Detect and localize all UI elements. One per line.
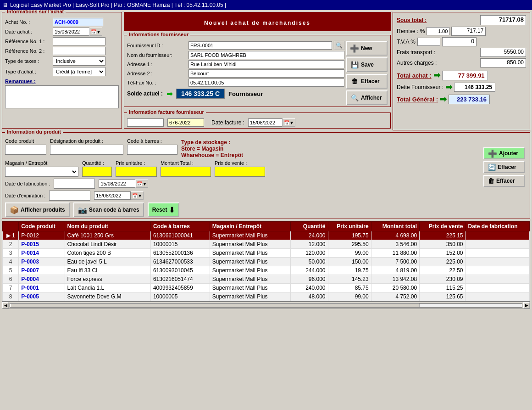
montant-input[interactable] [161, 167, 211, 177]
table-row[interactable]: 4 P-0003 Eau de javel 5 L 6134627000533 … [3, 258, 530, 266]
afficher-button[interactable]: 🔍 Afficher [346, 90, 388, 105]
code-produit-input[interactable] [5, 145, 46, 155]
product-form-area: Code produit : Désignation du produit : … [5, 138, 482, 217]
date-facture-calendar[interactable]: 📅▼ [283, 118, 295, 127]
achat-no-input[interactable] [53, 18, 103, 26]
remarques-textarea[interactable] [5, 85, 119, 108]
effacer1-button[interactable]: 🔄 Effacer [483, 161, 525, 173]
ajouter-icon: ➕ [488, 149, 497, 158]
new-button[interactable]: ➕ New [346, 41, 388, 56]
exp-date-input[interactable] [94, 191, 131, 200]
product-table: Code produit Nom du produit Code à barre… [2, 221, 530, 301]
date-achat-calendar[interactable]: 📅▼ [89, 28, 102, 36]
table-row[interactable]: ▶ 1 P-0012 Café 1001 250 Grs 61306610000… [3, 231, 530, 240]
product-table-container[interactable]: Code produit Nom du produit Code à barre… [2, 221, 530, 302]
table-row[interactable]: 8 P-0005 Savonnette Dove G.M 10000005 Su… [3, 292, 530, 301]
reset-icon: ⬇ [169, 206, 175, 214]
th-montant: Montant total [371, 222, 419, 231]
cell-prix-u: 195.75 [328, 231, 371, 240]
scroll-track[interactable] [10, 303, 522, 308]
qte-input[interactable] [82, 167, 112, 177]
scan-icon: 📷 [78, 206, 87, 214]
frs-tel-input[interactable] [188, 79, 344, 87]
effacer2-icon: 🗑 [488, 177, 494, 185]
tva-pct-input[interactable] [417, 38, 440, 46]
barres-input[interactable] [127, 145, 177, 155]
designation-label: Désignation du produit : [50, 138, 123, 144]
cell-qty: 12.000 [290, 240, 328, 249]
frs-addr2-input[interactable] [188, 69, 344, 78]
type-taxes-select[interactable]: Inclusive Exclusive Non taxé [53, 56, 105, 66]
autres-label: Autres charges : [397, 60, 437, 66]
horizontal-scrollbar[interactable]: ◀ ▶ [2, 302, 530, 309]
cell-barres: 6134627000533 [150, 258, 210, 266]
effacer1-icon: 🔄 [488, 163, 496, 171]
date-achat-input[interactable] [53, 28, 89, 36]
effacer2-button[interactable]: 🗑 Effacer [483, 175, 525, 187]
date-facture-input[interactable] [248, 118, 283, 127]
remarques-label[interactable]: Remarques : [5, 79, 36, 84]
frs-nom-label: Nom du fournisseur: [127, 52, 187, 58]
frs-addr1-input[interactable] [188, 60, 344, 68]
stockage-info: Type de stockage : Store = Magasin Whare… [181, 139, 243, 158]
cell-code: P-0004 [19, 275, 65, 284]
magasin-select[interactable]: Supermarket Mall Plus [5, 167, 78, 177]
table-row[interactable]: 7 P-0001 Lait Candia 1.L 4009932405859 S… [3, 284, 530, 292]
fournisseur-form: Fournisseur ID : 🔍 Nom du fournisseur: A… [127, 41, 344, 105]
scroll-left-btn[interactable]: ◀ [2, 302, 9, 309]
cell-magasin: Supermarket Mall Plus [210, 284, 290, 292]
effacer-icon: 🗑 [350, 77, 359, 86]
ref1-label: Référence No. 1 : [5, 39, 51, 44]
qte-field: Quantité : [82, 160, 112, 177]
cell-prix-u: 85.75 [328, 284, 371, 292]
table-row[interactable]: 3 P-0014 Coton tiges 200 B 6130552000136… [3, 249, 530, 258]
facture-title: Information facture fournisseur [127, 109, 206, 115]
vente-input[interactable] [215, 167, 265, 177]
th-fab: Date de fabrication [466, 222, 530, 231]
exp-date-calendar[interactable]: 📅▼ [131, 191, 144, 200]
scan-button[interactable]: 📷 Scan code à barres [73, 202, 144, 217]
exp-input[interactable] [49, 191, 90, 201]
cell-qty: 244.000 [290, 266, 328, 275]
afficher-produits-button[interactable]: 📦 Afficher produits [5, 202, 70, 217]
frais-value: 5550.00 [480, 48, 526, 57]
total-general-label: Total Général : [397, 96, 438, 103]
table-row[interactable]: 5 P-0007 Eau Ifi 33 CL 6130093010045 Sup… [3, 266, 530, 275]
vente-label: Prix de vente : [215, 160, 265, 166]
scroll-right-btn[interactable]: ▶ [523, 302, 530, 309]
type-achat-select[interactable]: Crédit [à Terme] Comptant [53, 67, 105, 76]
prix-input[interactable] [116, 167, 157, 177]
remise-pct-input[interactable] [427, 27, 449, 35]
fournisseur-badge: Fournisseur [228, 90, 263, 97]
effacer-button[interactable]: 🗑 Effacer [346, 74, 388, 89]
ref2-input[interactable] [53, 47, 105, 55]
frs-tel-label: Tél-Fax No. : [127, 80, 187, 85]
montant-field: Montant Total : [161, 160, 211, 177]
solde-label: Solde actuel : [127, 90, 163, 97]
save-button[interactable]: 💾 Save [346, 57, 388, 72]
sous-total-label: Sous total : [397, 17, 427, 23]
magasin-label: Magasin / Entrepôt [5, 160, 78, 166]
facture-num1-input[interactable] [127, 118, 164, 127]
table-row[interactable]: 2 P-0015 Chocolat Lindt Désir 10000015 S… [3, 240, 530, 249]
th-code: Code produit [19, 222, 65, 231]
facture-num2-input[interactable] [167, 118, 204, 127]
th-magasin: Magasin / Entrepôt [210, 222, 290, 231]
ref1-input[interactable] [53, 37, 105, 45]
cell-num: 5 [3, 266, 19, 275]
table-row[interactable]: 6 P-0004 Force express 6130216051474 Sup… [3, 275, 530, 284]
designation-input[interactable] [50, 145, 123, 155]
afficher-produits-icon: 📦 [10, 206, 19, 214]
fab-input[interactable] [54, 179, 95, 189]
cell-nom: Savonnette Dove G.M [65, 292, 150, 301]
frs-id-input[interactable] [188, 41, 332, 50]
fab-date-calendar[interactable]: 📅▼ [135, 180, 148, 188]
frs-search-btn[interactable]: 🔍 [334, 41, 344, 50]
ajouter-button[interactable]: ➕ Ajouter [483, 147, 525, 159]
scroll-thumb[interactable] [10, 303, 420, 307]
reset-button[interactable]: Reset ⬇ [148, 202, 180, 217]
ref2-label: Référence No. 2 : [5, 48, 51, 54]
remise-value: 717.17 [451, 27, 486, 36]
frs-nom-input[interactable] [188, 51, 344, 59]
fab-date-input[interactable] [99, 180, 135, 188]
